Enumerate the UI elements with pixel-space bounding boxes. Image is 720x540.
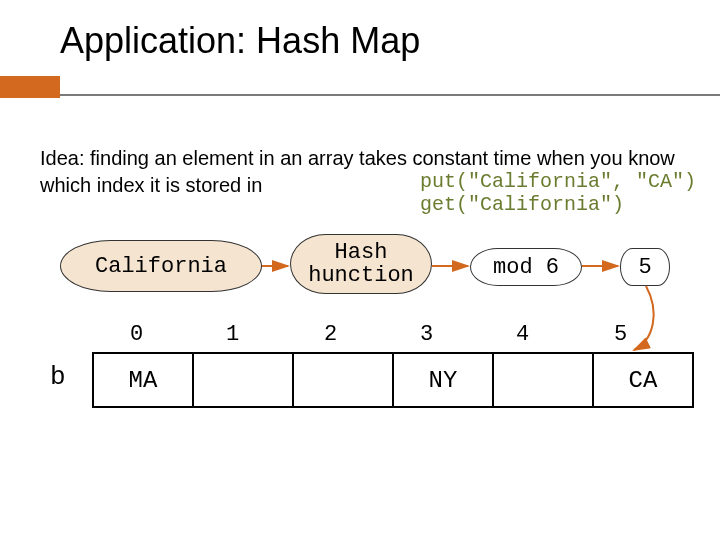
- code-line-put: put("California", "CA"): [420, 170, 696, 193]
- code-line-get: get("California"): [420, 193, 696, 216]
- column-index-3: 3: [420, 322, 433, 347]
- column-index-0: 0: [130, 322, 143, 347]
- column-index-1: 1: [226, 322, 239, 347]
- hash-function-node: Hash hunction: [290, 234, 432, 294]
- cell-4: [493, 353, 593, 407]
- hash-array: MA NY CA: [92, 352, 694, 408]
- example-code: put("California", "CA") get("California"…: [420, 170, 696, 216]
- table-row: MA NY CA: [93, 353, 693, 407]
- cell-5: CA: [593, 353, 693, 407]
- cell-0: MA: [93, 353, 193, 407]
- column-index-5: 5: [614, 322, 627, 347]
- slide-title: Application: Hash Map: [60, 20, 420, 62]
- mod-node: mod 6: [470, 248, 582, 286]
- column-index-4: 4: [516, 322, 529, 347]
- title-underline: [0, 76, 720, 98]
- array-name: b: [50, 362, 66, 392]
- cell-2: [293, 353, 393, 407]
- index-result-node: 5: [620, 248, 670, 286]
- arrow-result-to-cell: [634, 286, 654, 350]
- column-index-2: 2: [324, 322, 337, 347]
- cell-1: [193, 353, 293, 407]
- cell-3: NY: [393, 353, 493, 407]
- key-node: California: [60, 240, 262, 292]
